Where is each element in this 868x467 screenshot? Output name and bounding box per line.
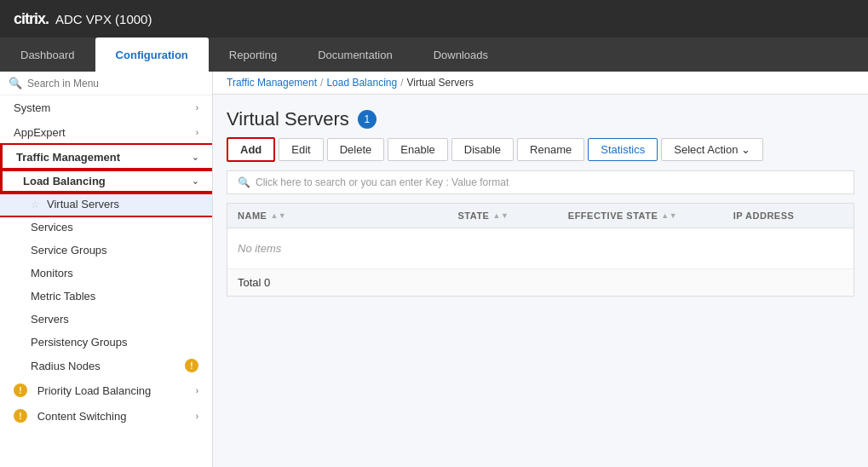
sidebar-item-radius-nodes[interactable]: Radius Nodes ! — [0, 354, 212, 378]
sidebar-label-appexpert: AppExpert — [14, 126, 66, 139]
sidebar-label-servers: Servers — [31, 313, 69, 326]
main-layout: 🔍 System › AppExpert › Traffic Managemen… — [0, 72, 868, 467]
sidebar-item-monitors[interactable]: Monitors — [0, 262, 212, 285]
breadcrumb: Traffic Management / Load Balancing / Vi… — [213, 72, 868, 95]
chevron-right-icon: › — [196, 103, 198, 112]
table-search-bar[interactable]: 🔍 Click here to search or you can enter … — [227, 170, 854, 194]
sidebar-label-service-groups: Service Groups — [31, 244, 107, 257]
col-label-effective-state: EFFECTIVE STATE — [568, 210, 658, 221]
breadcrumb-separator-1: / — [320, 77, 323, 89]
virtual-servers-inner: ☆ Virtual Servers — [31, 198, 119, 210]
add-button[interactable]: Add — [227, 137, 275, 162]
sidebar-label-radius-nodes: Radius Nodes — [31, 360, 101, 372]
sidebar-label-priority-lb: Priority Load Balancing — [37, 384, 152, 397]
citrix-logo-text: citrix. — [14, 10, 49, 28]
dropdown-arrow-icon: ⌄ — [741, 143, 750, 156]
sidebar-item-priority-lb[interactable]: ! Priority Load Balancing › — [0, 378, 212, 403]
warning-icon-priority-lb: ! — [14, 383, 27, 397]
main-content: Traffic Management / Load Balancing / Vi… — [213, 72, 868, 467]
col-label-ip-address: IP ADDRESS — [733, 210, 795, 221]
chevron-right-icon: › — [196, 386, 198, 395]
sidebar-label-system: System — [14, 101, 50, 114]
search-icon: 🔍 — [9, 77, 22, 89]
tab-dashboard[interactable]: Dashboard — [0, 37, 95, 72]
data-table: NAME ▲▼ STATE ▲▼ EFFECTIVE STATE ▲▼ IP A… — [227, 203, 854, 297]
table-header: NAME ▲▼ STATE ▲▼ EFFECTIVE STATE ▲▼ IP A… — [227, 204, 854, 228]
breadcrumb-virtual-servers: Virtual Servers — [406, 77, 473, 89]
search-input[interactable] — [27, 78, 204, 89]
col-header-state[interactable]: STATE ▲▼ — [458, 210, 568, 221]
page-title: Virtual Servers — [227, 108, 349, 130]
table-body: No items — [227, 228, 854, 268]
sidebar-label-monitors: Monitors — [31, 267, 73, 280]
statistics-button[interactable]: Statistics — [588, 138, 658, 161]
tab-documentation[interactable]: Documentation — [297, 37, 412, 72]
sidebar-item-appexpert[interactable]: AppExpert › — [0, 120, 212, 145]
col-header-effective-state[interactable]: EFFECTIVE STATE ▲▼ — [568, 210, 733, 221]
chevron-right-icon: › — [196, 412, 198, 421]
chevron-down-icon: ⌄ — [192, 153, 198, 162]
sidebar-item-service-groups[interactable]: Service Groups — [0, 239, 212, 262]
sidebar-label-content-switching: Content Switching — [37, 410, 127, 423]
sidebar-label-traffic-management: Traffic Management — [16, 151, 120, 164]
total-count: 0 — [264, 276, 270, 289]
disable-button[interactable]: Disable — [451, 138, 514, 161]
delete-button[interactable]: Delete — [327, 138, 385, 161]
sidebar-item-content-switching[interactable]: ! Content Switching › — [0, 403, 212, 429]
sort-icon-name: ▲▼ — [270, 211, 286, 220]
sidebar-label-persistency-groups: Persistency Groups — [31, 336, 127, 349]
sort-icon-effective-state: ▲▼ — [661, 211, 677, 220]
total-label: Total — [238, 276, 261, 289]
warning-icon-content-switching: ! — [14, 409, 27, 423]
sidebar-item-virtual-servers[interactable]: ☆ Virtual Servers — [0, 193, 212, 216]
breadcrumb-traffic-management[interactable]: Traffic Management — [227, 77, 317, 89]
sidebar-label-metric-tables: Metric Tables — [31, 290, 95, 303]
sidebar-label-services: Services — [31, 221, 73, 234]
sidebar-item-traffic-management[interactable]: Traffic Management ⌄ — [0, 145, 212, 170]
sidebar-item-services[interactable]: Services — [0, 216, 212, 239]
no-items-text: No items — [238, 235, 843, 262]
action-bar: Add Edit Delete Enable Disable Rename St… — [213, 137, 868, 170]
tab-configuration[interactable]: Configuration — [95, 37, 209, 72]
search-glass-icon: 🔍 — [238, 176, 250, 188]
app-header: citrix. ADC VPX (1000) — [0, 0, 868, 37]
sidebar-search-container: 🔍 — [0, 72, 212, 95]
nav-bar: Dashboard Configuration Reporting Docume… — [0, 37, 868, 72]
chevron-down-icon: ⌄ — [192, 176, 198, 186]
edit-button[interactable]: Edit — [279, 138, 323, 161]
record-count-badge: 1 — [358, 110, 377, 129]
content-switching-inner: ! Content Switching — [14, 409, 126, 423]
app-title: ADC VPX (1000) — [55, 12, 152, 26]
col-label-state: STATE — [458, 210, 490, 221]
sort-icon-state: ▲▼ — [492, 211, 509, 220]
sidebar-item-metric-tables[interactable]: Metric Tables — [0, 285, 212, 308]
sidebar-item-system[interactable]: System › — [0, 95, 212, 120]
select-action-button[interactable]: Select Action ⌄ — [661, 138, 763, 161]
enable-button[interactable]: Enable — [388, 138, 447, 161]
chevron-right-icon: › — [196, 128, 198, 137]
page-header: Virtual Servers 1 — [213, 95, 868, 137]
breadcrumb-load-balancing[interactable]: Load Balancing — [326, 77, 397, 89]
total-row: Total 0 — [227, 268, 854, 296]
sidebar-item-load-balancing[interactable]: Load Balancing ⌄ — [0, 170, 212, 193]
select-action-label: Select Action — [674, 143, 738, 156]
warning-icon-radius: ! — [185, 359, 198, 372]
priority-lb-inner: ! Priority Load Balancing — [14, 383, 151, 397]
sidebar-label-load-balancing: Load Balancing — [23, 175, 106, 187]
tab-downloads[interactable]: Downloads — [413, 37, 509, 72]
search-hint-text: Click here to search or you can enter Ke… — [256, 176, 509, 188]
col-label-name: NAME — [238, 210, 267, 221]
rename-button[interactable]: Rename — [517, 138, 584, 161]
col-header-name[interactable]: NAME ▲▼ — [238, 210, 458, 221]
sidebar-item-servers[interactable]: Servers — [0, 308, 212, 331]
col-header-ip-address[interactable]: IP ADDRESS — [733, 210, 843, 221]
sidebar: 🔍 System › AppExpert › Traffic Managemen… — [0, 72, 213, 467]
tab-reporting[interactable]: Reporting — [209, 37, 297, 72]
breadcrumb-separator-2: / — [400, 77, 403, 89]
sidebar-label-virtual-servers: Virtual Servers — [47, 198, 119, 210]
star-icon: ☆ — [31, 199, 40, 210]
app-logo: citrix. ADC VPX (1000) — [14, 10, 152, 28]
sidebar-item-persistency-groups[interactable]: Persistency Groups — [0, 331, 212, 354]
